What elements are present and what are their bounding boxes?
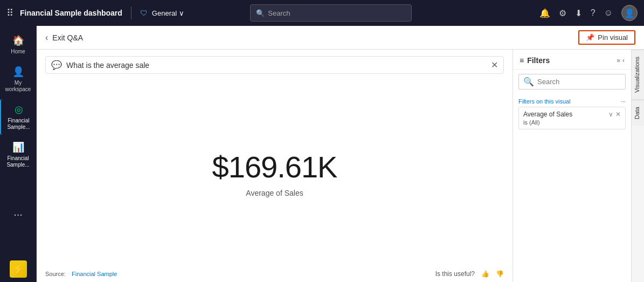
arrow-right-icon[interactable]: »	[617, 57, 620, 64]
useful-label: Is this useful?	[435, 270, 475, 278]
pin-icon: 📌	[586, 33, 594, 42]
tab-data[interactable]: Data	[632, 100, 644, 126]
average-sales-label: Average of Sales	[246, 189, 303, 197]
main-content: ‹ Exit Q&A 📌 Pin visual 💬 ✕ $169.61K	[37, 26, 644, 282]
filters-arrows: » ‹	[617, 57, 625, 64]
filter-icon: ≡	[520, 56, 524, 65]
navbar-general[interactable]: General ∨	[152, 9, 184, 17]
side-tabs: Visualizations Data	[631, 50, 644, 282]
thumbs-down-icon[interactable]: 👎	[496, 270, 504, 278]
settings-icon[interactable]: ⚙	[559, 8, 566, 18]
filters-dots[interactable]: ···	[621, 98, 626, 105]
pin-visual-button[interactable]: 📌 Pin visual	[578, 30, 635, 45]
source-link[interactable]: Financial Sample	[72, 271, 117, 277]
navbar-icons: 🔔 ⚙ ⬇ ? ☺ 👤	[539, 5, 638, 21]
qa-footer: Source: Financial Sample Is this useful?…	[37, 266, 513, 282]
search-icon: 🔍	[523, 77, 534, 87]
navbar: ⠿ Financial Sample dashboard 🛡 General ∨…	[0, 0, 644, 26]
financial-sample-circle-icon: ◎	[15, 104, 23, 115]
apps-icon[interactable]: ⠿	[6, 7, 13, 19]
filters-title: ≡ Filters	[520, 56, 550, 65]
content-area: 💬 ✕ $169.61K Average of Sales Source: Fi…	[37, 50, 644, 282]
main-layout: 🏠 Home 👤 My workspace ◎ Financial Sample…	[0, 26, 644, 282]
filter-chevron-icon[interactable]: ∨	[608, 111, 613, 118]
filters-search-input[interactable]	[537, 78, 621, 86]
filters-header: ≡ Filters » ‹	[513, 50, 631, 70]
filter-clear-icon[interactable]: ✕	[615, 111, 621, 118]
powerbi-logo: ⚡	[10, 260, 27, 278]
avatar[interactable]: 👤	[621, 5, 638, 21]
filters-panel: ≡ Filters » ‹ 🔍 Filters on this visual ·…	[513, 50, 631, 282]
chat-icon: 💬	[51, 60, 62, 70]
exit-qa-label: Exit Q&A	[52, 33, 83, 42]
sidebar: 🏠 Home 👤 My workspace ◎ Financial Sample…	[0, 26, 37, 282]
sidebar-item-home[interactable]: 🏠 Home	[0, 30, 36, 59]
navbar-title: Financial Sample dashboard	[20, 9, 122, 17]
filters-on-visual: Filters on this visual ···	[513, 94, 631, 107]
sidebar-item-workspace[interactable]: 👤 My workspace	[0, 61, 36, 97]
qa-area: 💬 ✕ $169.61K Average of Sales Source: Fi…	[37, 50, 513, 282]
workspace-icon: 👤	[12, 66, 24, 78]
financial-sample-chart-icon: 📊	[12, 141, 24, 153]
source-label: Source:	[45, 271, 66, 277]
filter-item-controls: ∨ ✕	[608, 111, 621, 118]
smile-icon[interactable]: ☺	[604, 8, 613, 18]
thumbs-up-icon[interactable]: 👍	[481, 270, 489, 278]
navbar-divider	[131, 6, 131, 19]
home-icon: 🏠	[12, 35, 24, 46]
chevron-down-icon: ∨	[179, 9, 184, 17]
qa-footer-right: Is this useful? 👍 👎	[435, 270, 504, 278]
qa-visual-area: $169.61K Average of Sales	[37, 80, 513, 266]
search-icon: 🔍	[256, 9, 265, 17]
qa-input[interactable]	[66, 61, 487, 70]
back-button[interactable]: ‹	[45, 33, 48, 43]
sidebar-more[interactable]: ···	[13, 208, 23, 221]
bell-icon[interactable]: 🔔	[539, 8, 550, 18]
download-icon[interactable]: ⬇	[575, 8, 582, 18]
filter-item-value: is (All)	[523, 119, 621, 126]
sidebar-item-financial-sample-1[interactable]: ◎ Financial Sample...	[0, 99, 36, 135]
average-sales-value: $169.61K	[212, 149, 337, 184]
qa-input-bar[interactable]: 💬 ✕	[45, 56, 504, 74]
help-icon[interactable]: ?	[591, 8, 595, 18]
arrow-left-icon[interactable]: ‹	[622, 57, 625, 64]
filter-item-average-sales[interactable]: Average of Sales ∨ ✕ is (All)	[518, 107, 626, 129]
filter-item-header: Average of Sales ∨ ✕	[523, 111, 621, 118]
search-bar[interactable]: 🔍 Search	[250, 4, 412, 22]
sidebar-item-financial-sample-2[interactable]: 📊 Financial Sample...	[0, 137, 36, 173]
shield-icon: 🛡	[140, 9, 148, 17]
close-icon[interactable]: ✕	[491, 60, 498, 70]
tab-visualizations[interactable]: Visualizations	[632, 50, 644, 100]
toolbar: ‹ Exit Q&A 📌 Pin visual	[37, 26, 644, 50]
filters-search-box[interactable]: 🔍	[518, 74, 626, 90]
